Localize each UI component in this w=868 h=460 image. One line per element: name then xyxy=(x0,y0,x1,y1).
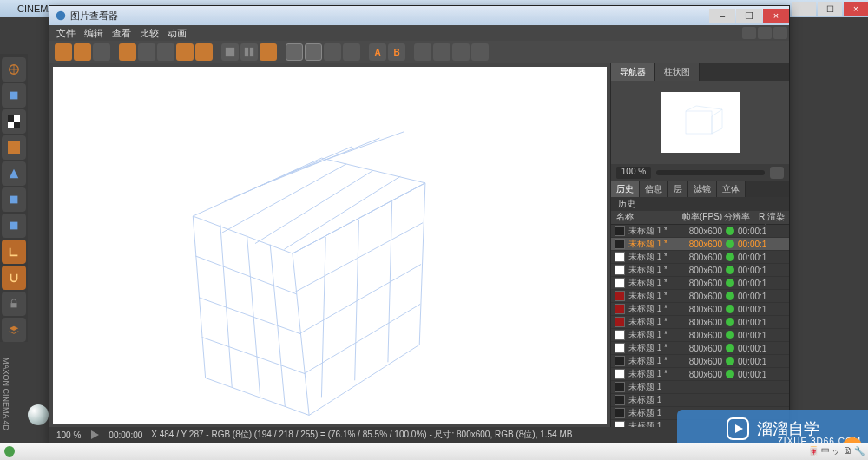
tb-info-icon[interactable] xyxy=(343,43,360,61)
history-row[interactable]: 未标题 1 *800x60000:00:1 xyxy=(611,251,789,264)
render-canvas[interactable] xyxy=(53,67,607,424)
history-row[interactable]: 未标题 1 *800x60000:00:1 xyxy=(611,329,789,342)
history-row[interactable]: 未标题 1 *800x60000:00:1 xyxy=(611,225,789,238)
tool-lock-icon[interactable] xyxy=(2,292,26,316)
tb-saveas-icon[interactable] xyxy=(93,43,110,61)
history-row[interactable]: 未标题 1 *800x60000:00:1 xyxy=(611,303,789,316)
host-max-button[interactable]: ☐ xyxy=(818,2,842,16)
tool-globe-icon[interactable] xyxy=(2,57,26,82)
history-row[interactable]: 未标题 1 *800x60000:00:1 xyxy=(611,264,789,277)
history-row[interactable]: 未标题 1 *800x60000:00:1 xyxy=(611,238,789,251)
navigator-thumb[interactable] xyxy=(611,81,789,164)
tb-save-icon[interactable] xyxy=(74,43,91,61)
tb-stop-icon[interactable] xyxy=(195,43,213,61)
tool-angle-icon[interactable] xyxy=(2,240,26,264)
row-name: 未标题 1 * xyxy=(628,355,682,367)
tb-reload-icon[interactable] xyxy=(119,43,136,61)
viewer-max-button[interactable]: ☐ xyxy=(736,9,762,23)
tool-cone-icon[interactable] xyxy=(2,161,26,186)
host-min-button[interactable]: – xyxy=(792,2,816,16)
tb-splitv-icon[interactable] xyxy=(240,43,258,61)
tb-open-icon[interactable] xyxy=(55,43,72,61)
history-row[interactable]: 未标题 1 xyxy=(611,381,789,394)
status-dot-icon xyxy=(726,331,734,339)
tool-magnet-icon[interactable] xyxy=(2,266,26,290)
render-thumb-icon xyxy=(615,317,625,327)
tb-zoom2-icon[interactable] xyxy=(452,43,470,61)
menu-view[interactable]: 查看 xyxy=(112,27,131,40)
ime-label[interactable]: 🀄 中 ッ 🖻 🔧 xyxy=(808,445,865,457)
render-thumb-icon xyxy=(615,421,625,427)
history-list[interactable]: 未标题 1 *800x60000:00:1未标题 1 *800x60000:00… xyxy=(611,225,789,427)
col-res[interactable]: 分辨率 xyxy=(724,211,759,224)
row-time: 00:00:1 xyxy=(738,279,789,288)
qm-help-icon[interactable] xyxy=(773,27,787,39)
tool-layers-icon[interactable] xyxy=(2,318,26,342)
row-name: 未标题 1 * xyxy=(628,342,682,354)
tb-b-button[interactable]: B xyxy=(388,43,405,61)
col-time[interactable]: R 渲染时 xyxy=(759,211,789,224)
history-row[interactable]: 未标题 1 *800x60000:00:1 xyxy=(611,342,789,355)
zoom-slider[interactable] xyxy=(656,170,765,175)
row-time: 00:00:1 xyxy=(738,253,789,262)
row-name: 未标题 1 * xyxy=(628,303,682,315)
tool-checker-icon[interactable] xyxy=(2,109,26,134)
svg-rect-8 xyxy=(10,222,18,230)
tab-filter[interactable]: 滤镜 xyxy=(688,181,717,197)
tab-info[interactable]: 信息 xyxy=(640,181,668,197)
history-row[interactable]: 未标题 1 *800x60000:00:1 xyxy=(611,290,789,303)
tab-histogram[interactable]: 柱状图 xyxy=(655,63,700,81)
zoom-value[interactable]: 100 % xyxy=(616,167,651,179)
history-row[interactable]: 未标题 1 *800x60000:00:1 xyxy=(611,355,789,368)
wireframe-cube-icon xyxy=(53,67,607,424)
tool-grid-icon[interactable] xyxy=(2,135,26,160)
tb-fit-icon[interactable] xyxy=(414,43,431,61)
material-sphere-icon[interactable] xyxy=(28,404,49,425)
tb-splith-icon[interactable] xyxy=(260,43,277,61)
tool-cube3-icon[interactable] xyxy=(2,214,26,238)
viewer-min-button[interactable]: – xyxy=(709,9,735,23)
tb-delete-icon[interactable] xyxy=(176,43,194,61)
history-row[interactable]: 未标题 1 xyxy=(611,394,789,407)
tab-history[interactable]: 历史 xyxy=(611,181,640,197)
tb-rgb-icon[interactable] xyxy=(286,43,303,61)
tb-zoom3-icon[interactable] xyxy=(471,43,489,61)
tb-history-icon[interactable] xyxy=(138,43,155,61)
tb-alpha-icon[interactable] xyxy=(305,43,322,61)
svg-marker-17 xyxy=(735,424,743,433)
row-res: 800x600 xyxy=(682,331,722,340)
zoom-row: 100 % xyxy=(611,164,789,181)
row-res: 800x600 xyxy=(682,279,722,288)
status-dot-icon xyxy=(726,253,734,261)
start-icon[interactable] xyxy=(3,445,16,457)
row-name: 未标题 1 xyxy=(628,381,682,393)
row-name: 未标题 1 * xyxy=(628,225,682,237)
status-dot-icon xyxy=(726,227,734,235)
history-row[interactable]: 未标题 1 *800x60000:00:1 xyxy=(611,368,789,381)
tb-single-icon[interactable] xyxy=(221,43,239,61)
col-name[interactable]: 名称 xyxy=(611,211,682,224)
col-fps[interactable]: 帧率(FPS) xyxy=(682,211,724,224)
viewer-close-button[interactable]: × xyxy=(763,9,789,23)
tb-grid-icon[interactable] xyxy=(324,43,341,61)
history-row[interactable]: 未标题 1 *800x60000:00:1 xyxy=(611,316,789,329)
viewer-titlebar[interactable]: 图片查看器 – ☐ × xyxy=(49,6,789,25)
tb-zoom1-icon[interactable] xyxy=(433,43,450,61)
menu-edit[interactable]: 编辑 xyxy=(84,27,103,40)
history-row[interactable]: 未标题 1 *800x60000:00:1 xyxy=(611,277,789,290)
tb-a-button[interactable]: A xyxy=(369,43,386,61)
tab-stereo[interactable]: 立体 xyxy=(717,181,746,197)
tool-cube2-icon[interactable] xyxy=(2,187,26,212)
tab-navigator[interactable]: 导航器 xyxy=(611,63,655,81)
menu-file[interactable]: 文件 xyxy=(56,27,76,40)
play-icon[interactable] xyxy=(89,430,100,440)
zoom-fit-button[interactable] xyxy=(770,167,784,179)
tab-layer[interactable]: 层 xyxy=(668,181,688,197)
tb-clear-icon[interactable] xyxy=(157,43,174,61)
host-close-button[interactable]: × xyxy=(844,2,868,16)
menu-anim[interactable]: 动画 xyxy=(168,27,187,40)
qm-settings-icon[interactable] xyxy=(758,27,772,39)
tool-cube-icon[interactable] xyxy=(2,83,26,108)
qm-layout-icon[interactable] xyxy=(742,27,756,39)
menu-compare[interactable]: 比较 xyxy=(140,27,159,40)
